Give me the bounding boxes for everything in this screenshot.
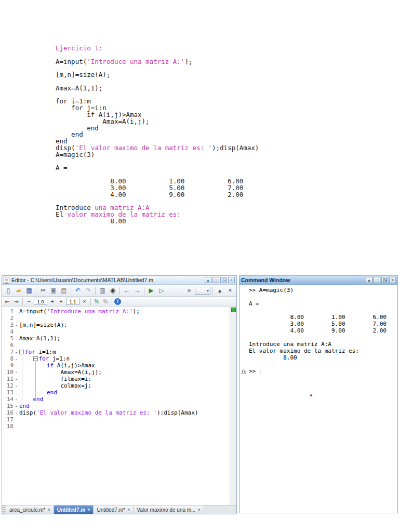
highlight-text: 'El valor maximo de la matriz es: ' [75, 144, 212, 152]
breakpoint-margin[interactable]: - [14, 396, 19, 403]
maximize-icon[interactable]: □ [374, 277, 380, 283]
breakpoint-margin[interactable]: - [14, 409, 19, 416]
code-line-text[interactable]: if A(i,j)>Amax [19, 362, 230, 369]
code-line-text[interactable]: Amax=A(1,1); [19, 335, 230, 342]
editor-code-area[interactable]: 1-A=input('Introduce una matriz A:');2 3… [2, 307, 236, 505]
code-keyword: for [25, 349, 35, 355]
code-text [19, 355, 33, 362]
command-window-body[interactable]: >> A=magic(3) A = 8.00 1.00 6.00 3.00 5.… [240, 285, 397, 513]
save-icon[interactable]: ▦ [24, 286, 34, 295]
run-icon[interactable]: ▶ [147, 286, 156, 295]
print-icon[interactable]: ▥ [98, 286, 107, 295]
find-icon[interactable]: ◉ [108, 286, 117, 295]
breakpoint-margin[interactable]: - [14, 308, 19, 315]
undo-icon[interactable]: ↶ [73, 286, 83, 295]
code-line-text[interactable]: for i=1:m [19, 349, 230, 355]
breakpoint-margin[interactable] [14, 416, 19, 423]
cut-icon[interactable]: ✂ [38, 286, 48, 295]
run-advance-icon[interactable]: ▷ [157, 286, 166, 295]
code-line-text[interactable]: Amax=A(i,j); [19, 369, 230, 376]
editor-tab[interactable]: Untitled7.m× [54, 506, 94, 514]
maximize-icon[interactable]: □ [212, 277, 219, 283]
forward-icon[interactable]: → [132, 286, 142, 295]
code-line-text[interactable] [19, 416, 230, 423]
code-line-text[interactable]: disp('El valor maximo de la matriz es: '… [19, 409, 230, 416]
breakpoint-margin[interactable]: - [14, 335, 19, 342]
fold-toggle-icon[interactable] [33, 356, 38, 361]
decrease-value-button[interactable]: − [25, 298, 33, 305]
context-dropdown[interactable]: ▾ [195, 287, 210, 295]
dock-icon[interactable]: ▴ [366, 277, 373, 283]
breakpoint-margin[interactable]: - [14, 389, 19, 396]
document-line: 8.00 [56, 218, 259, 225]
code-line-text[interactable] [19, 328, 230, 335]
code-line-text[interactable]: [m,n]=size(A); [19, 322, 230, 328]
code-line-text[interactable] [19, 423, 230, 430]
line-number: 5 [2, 335, 14, 342]
breakpoint-margin[interactable]: - [14, 349, 19, 355]
undock-icon[interactable]: ◳ [220, 277, 227, 283]
increase-value-button[interactable]: + [48, 298, 56, 305]
code-line-text[interactable]: colmax=j; [19, 382, 230, 389]
toolbar-close-icon[interactable]: × [225, 286, 235, 295]
redo-icon[interactable]: ↷ [84, 286, 93, 295]
tab-close-icon[interactable]: × [127, 507, 130, 512]
editor-tab[interactable]: Untitled7.m*× [94, 506, 134, 514]
toolbar-separator [95, 287, 96, 295]
code-line-text[interactable] [19, 342, 230, 349]
code-analyzer-indicator[interactable] [231, 308, 236, 312]
breakpoint-margin[interactable]: - [14, 369, 19, 376]
fold-toggle-icon[interactable] [19, 350, 24, 354]
code-line-text[interactable]: for j=1:n [19, 355, 230, 362]
breakpoint-margin[interactable]: - [14, 376, 19, 382]
breakpoint-margin[interactable] [14, 328, 19, 335]
tab-close-icon[interactable]: × [47, 507, 50, 512]
code-line-text[interactable]: end [19, 389, 230, 396]
divide-value-button[interactable]: ÷ [57, 298, 65, 305]
undock-icon[interactable]: ◳ [381, 277, 388, 283]
value-field[interactable]: 1.0 [34, 298, 47, 305]
code-line-text[interactable]: end [19, 403, 230, 409]
toolbar-float-icon[interactable]: ▴ [215, 286, 224, 295]
code-line-text[interactable]: end [19, 396, 230, 403]
breakpoint-margin[interactable]: - [14, 382, 19, 389]
paste-icon[interactable]: ▤ [59, 286, 69, 295]
editor-tab[interactable]: Valor maximo de una m...× [134, 506, 204, 514]
dock-icon[interactable]: ▴ [205, 277, 211, 283]
comment-icon[interactable]: % [93, 298, 101, 305]
copy-icon[interactable]: ▣ [49, 286, 58, 295]
close-icon[interactable]: × [389, 277, 396, 283]
editor-tab[interactable]: area_circulo.m*× [6, 506, 54, 514]
uncomment-icon[interactable]: % [102, 298, 110, 305]
line-number: 17 [2, 416, 14, 423]
breakpoint-margin[interactable]: - [14, 355, 19, 362]
breakpoint-margin[interactable] [14, 423, 19, 430]
indent-right-icon[interactable]: ⇥ [12, 298, 20, 305]
editor-code-pane[interactable]: 1-A=input('Introduce una matriz A:');2 3… [2, 307, 230, 505]
code-text: Introduce una matriz A:A [249, 341, 331, 348]
editor-code-line: 6 [2, 342, 230, 349]
breakpoint-margin[interactable] [14, 315, 19, 322]
code-line-text[interactable]: filmax=i; [19, 376, 230, 382]
multiplier-field[interactable]: 1.1 [66, 298, 79, 305]
breakpoint-margin[interactable]: - [14, 322, 19, 328]
multiply-value-button[interactable]: × [81, 298, 88, 305]
indent-left-icon[interactable]: ⇤ [4, 298, 11, 305]
code-line-text[interactable]: A=input('Introduce una matriz A:'); [19, 308, 230, 315]
toolbar-overflow-icon[interactable]: » [184, 286, 194, 295]
close-icon[interactable]: × [228, 277, 235, 283]
code-line-text[interactable] [19, 315, 230, 322]
breakpoint-margin[interactable]: - [14, 362, 19, 369]
command-line [249, 294, 396, 300]
editor-code-line: 17 [2, 416, 230, 423]
open-file-icon[interactable]: ▰ [14, 286, 23, 295]
back-icon[interactable]: ← [122, 286, 131, 295]
breakpoint-margin[interactable]: - [14, 403, 19, 409]
info-icon[interactable]: i [114, 298, 121, 305]
breakpoint-margin[interactable] [14, 342, 19, 349]
tab-close-icon[interactable]: × [87, 507, 90, 512]
red-dot-artifact [310, 394, 312, 396]
new-script-icon[interactable]: ▯ [4, 286, 13, 295]
tab-close-icon[interactable]: × [197, 507, 200, 512]
editor-code-line: 4 [2, 328, 230, 335]
